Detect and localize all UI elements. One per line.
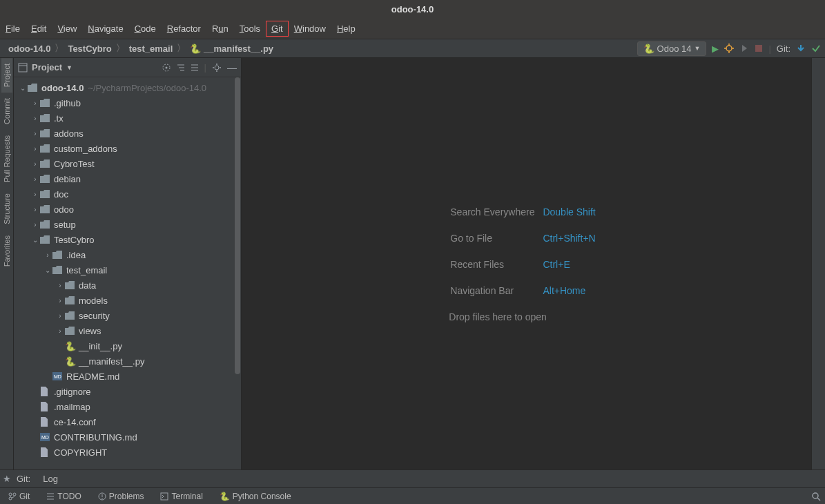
git-tool-label[interactable]: Git: [17,474,30,484]
project-panel-title[interactable]: Project ▼ [18,62,72,72]
welcome-label: Go to File [450,226,541,251]
tree-row[interactable]: MDREADME.md [14,369,241,384]
tree-arrow-icon[interactable]: › [43,251,52,259]
status-tool-python-console[interactable]: 🐍Python Console [215,490,295,503]
tree-arrow-icon[interactable]: › [30,221,40,229]
project-panel: Project ▼ | — ⌄odoo-14. [14,58,242,469]
tree-row[interactable]: ›odoo [14,202,241,217]
breadcrumbs[interactable]: odoo-14.0〉TestCybro〉test_email〉🐍 __manif… [4,42,278,55]
welcome-shortcut: Ctrl+Shift+N [543,226,602,251]
tree-label: __init__.py [79,341,122,351]
tree-row[interactable]: ce-14.conf [14,414,241,429]
gear-icon[interactable] [212,63,222,72]
menu-file[interactable]: File [0,21,26,37]
breadcrumb-item[interactable]: test_email [125,43,177,54]
tree-row[interactable]: ›setup [14,217,241,232]
tree-row[interactable]: ›debian [14,171,241,186]
git-commit-icon[interactable] [811,43,821,53]
tree-arrow-icon[interactable]: › [55,282,65,289]
git-label: Git: [777,43,790,54]
tree-arrow-icon[interactable]: ⌄ [43,266,52,274]
tree-arrow-icon[interactable]: › [30,130,40,137]
tree-row[interactable]: ›CybroTest [14,156,241,171]
status-search-icon[interactable] [811,492,821,501]
tree-row[interactable]: ›security [14,308,241,323]
star-icon[interactable]: ★ [3,474,11,484]
tree-label: CybroTest [54,159,95,169]
status-tool-terminal[interactable]: Terminal [156,490,206,503]
git-pull-icon[interactable] [796,43,806,53]
tree-arrow-icon[interactable]: › [55,327,65,335]
breadcrumb-item[interactable]: TestCybro [64,43,115,54]
tree-scrollbar[interactable] [234,77,241,469]
tree-label: debian [54,174,81,184]
tree-row[interactable]: 🐍__init__.py [14,338,241,353]
tree-arrow-icon[interactable]: › [30,191,40,198]
stop-icon[interactable] [755,44,763,52]
status-tool-git[interactable]: Git [4,490,34,503]
tree-arrow-icon[interactable]: › [55,297,65,304]
tree-row[interactable]: MDCONTRIBUTING.md [14,429,241,445]
tree-row[interactable]: ⌄odoo-14.0~/PycharmProjects/odoo-14.0 [14,80,241,95]
left-tab-structure[interactable]: Structure [1,188,12,230]
tree-arrow-icon[interactable]: ⌄ [30,236,40,244]
tree-row[interactable]: ›doc [14,186,241,202]
run-coverage-icon[interactable] [739,43,749,53]
status-tool-todo[interactable]: TODO [42,490,85,503]
tree-arrow-icon[interactable]: › [30,175,40,183]
tree-row[interactable]: .gitignore [14,384,241,399]
tree-arrow-icon[interactable]: › [30,145,40,153]
tree-row[interactable]: 🐍__manifest__.py [14,353,241,369]
menu-window[interactable]: Window [289,21,331,37]
python-icon: 🐍 [190,43,201,54]
tree-row[interactable]: ›.github [14,95,241,110]
menu-help[interactable]: Help [331,21,361,37]
status-tool-problems[interactable]: Problems [94,490,148,503]
tree-row[interactable]: ⌄test_email [14,262,241,278]
tree-arrow-icon[interactable]: › [30,99,40,107]
tree-arrow-icon[interactable]: ⌄ [18,84,28,92]
tree-label: data [79,280,96,291]
git-log-tab[interactable]: Log [43,474,58,484]
tree-arrow-icon[interactable]: › [30,160,40,168]
editor-area[interactable]: Search EverywhereDouble ShiftGo to FileC… [242,58,811,469]
menu-navigate[interactable]: Navigate [82,21,128,37]
run-config-selector[interactable]: 🐍 Odoo 14 ▼ [637,41,707,56]
collapse-all-icon[interactable] [191,64,199,72]
left-tab-pull-requests[interactable]: Pull Requests [1,130,12,188]
tree-row[interactable]: ›custom_addons [14,141,241,156]
tree-row[interactable]: ›views [14,323,241,338]
menu-tools[interactable]: Tools [234,21,266,37]
left-tab-commit[interactable]: Commit [1,93,12,130]
tree-label: odoo-14.0 [41,83,84,93]
tree-row[interactable]: ›models [14,293,241,308]
tree-row[interactable]: ›.idea [14,247,241,262]
menu-edit[interactable]: Edit [26,21,52,37]
tree-row[interactable]: ›addons [14,126,241,141]
tree-row[interactable]: ›.tx [14,110,241,126]
debug-icon[interactable] [724,43,734,53]
menu-run[interactable]: Run [206,21,234,37]
tree-arrow-icon[interactable]: › [30,115,40,122]
run-icon[interactable]: ▶ [712,43,719,54]
menu-view[interactable]: View [52,21,82,37]
menu-code[interactable]: Code [129,21,162,37]
tree-scroll-thumb[interactable] [235,77,240,374]
svg-point-25 [9,493,12,496]
tree-row[interactable]: ⌄TestCybro [14,232,241,247]
menu-git[interactable]: Git [266,21,289,37]
tree-row[interactable]: .mailmap [14,399,241,414]
tree-arrow-icon[interactable]: › [30,206,40,213]
breadcrumb-item[interactable]: odoo-14.0 [4,43,55,54]
tree-arrow-icon[interactable]: › [55,312,65,320]
tree-row[interactable]: COPYRIGHT [14,445,241,460]
breadcrumb-item[interactable]: 🐍 __manifest__.py [186,43,278,54]
tree-row[interactable]: ›data [14,278,241,293]
expand-all-icon[interactable] [177,64,185,72]
project-tree[interactable]: ⌄odoo-14.0~/PycharmProjects/odoo-14.0›.g… [14,77,241,469]
left-tab-favorites[interactable]: Favorites [1,230,12,272]
left-tab-project[interactable]: Project [1,58,12,93]
hide-icon[interactable]: — [227,62,237,73]
menu-refactor[interactable]: Refactor [162,21,206,37]
locate-icon[interactable] [162,63,171,72]
